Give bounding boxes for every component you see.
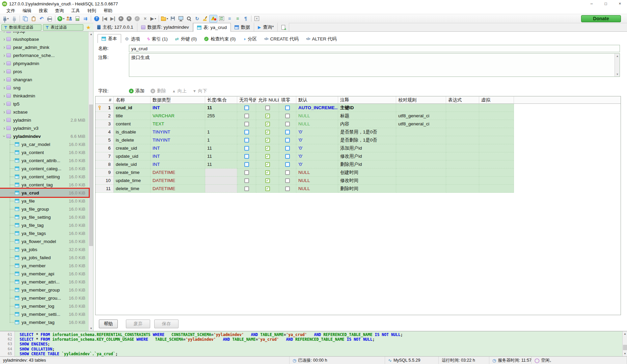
field-virtuality-cell[interactable] [479, 185, 514, 193]
field-name-cell[interactable]: is_delete [114, 136, 151, 144]
field-collation-cell[interactable] [396, 185, 446, 193]
zerofill-checkbox-cell[interactable] [279, 128, 296, 136]
sidebar-item-ya_member_log[interactable]: ya_member_log16.0 KiB [0, 302, 89, 310]
sql-log-scrollbar[interactable]: ▲ ▼ [622, 331, 627, 356]
unsigned-checkbox[interactable] [244, 146, 249, 151]
allow-null-checkbox[interactable] [265, 186, 270, 191]
sidebar-item-ya_content_setting[interactable]: ya_content_setting16.0 KiB [0, 173, 89, 181]
column-header[interactable]: 注释 [338, 96, 396, 104]
unsigned-checkbox[interactable] [244, 178, 249, 183]
tab-alter-code[interactable]: </>ALTER 代码 [302, 35, 340, 43]
sidebar-item-ya_file_group[interactable]: ya_file_group16.0 KiB [0, 205, 89, 213]
data-transfer-button[interactable]: ⇉ [81, 15, 89, 23]
sidebar-item-mysql[interactable]: ›mysql [0, 32, 89, 35]
field-length-cell[interactable]: 255 [205, 112, 237, 120]
field-collation-cell[interactable] [396, 144, 446, 152]
sidebar-item-ya_flower_model[interactable]: ya_flower_model16.0 KiB [0, 237, 89, 245]
sidebar-item-ya_file_tag[interactable]: ya_file_tag16.0 KiB [0, 221, 89, 229]
field-name-cell[interactable]: delete_time [114, 185, 151, 193]
copy-button[interactable] [21, 15, 29, 23]
sidebar-item-ya_jobs[interactable]: ya_jobs32.0 KiB [0, 245, 89, 253]
zerofill-checkbox[interactable] [285, 114, 290, 118]
tab-new-query[interactable] [278, 23, 289, 31]
run-query-button[interactable]: ▶▾ [149, 15, 157, 23]
field-default-cell[interactable]: '0' [296, 152, 338, 160]
zerofill-checkbox-cell[interactable] [279, 152, 296, 160]
sidebar-item-phpmyadmin[interactable]: ›phpmyadmin [0, 59, 89, 67]
undo-button[interactable]: ↶ [37, 15, 46, 23]
chevron-right-icon[interactable]: › [2, 77, 6, 82]
sidebar-item-ya_member_group[interactable]: ya_member_group16.0 KiB [0, 286, 89, 294]
maximize-button[interactable]: □ [599, 0, 613, 7]
tab-table[interactable]: 表: ya_crud [193, 23, 231, 32]
tab-create-code[interactable]: </>CREATE 代码 [261, 35, 302, 43]
field-type-cell[interactable]: INT [151, 104, 205, 112]
field-type-cell[interactable]: DATETIME [151, 185, 205, 193]
sidebar-item-ya_car_model[interactable]: ya_car_model16.0 KiB [0, 140, 89, 148]
sidebar-item-ya_member_api[interactable]: ya_member_api16.0 KiB [0, 270, 89, 278]
field-length-cell[interactable] [205, 120, 237, 128]
zerofill-checkbox-cell[interactable] [279, 169, 296, 177]
field-length-cell[interactable]: 1 [205, 136, 237, 144]
field-expression-cell[interactable] [446, 104, 479, 112]
field-expression-cell[interactable] [446, 160, 479, 169]
column-header[interactable]: # [96, 96, 114, 104]
sidebar-item-ya_member_setti[interactable]: ya_member_setti...16.0 KiB [0, 310, 89, 318]
scroll-up-icon[interactable]: ▲ [615, 54, 620, 58]
menu-item[interactable]: 帮助 [100, 7, 116, 14]
zerofill-checkbox[interactable] [285, 186, 290, 191]
column-header[interactable]: 名称 [114, 96, 151, 104]
sql-log-panel[interactable]: 6162636465 SELECT * FROM information_sch… [0, 331, 627, 356]
field-type-cell[interactable]: TINYINT [151, 136, 205, 144]
row-number-cell[interactable]: 10 [96, 177, 114, 185]
zerofill-checkbox-cell[interactable] [279, 112, 296, 120]
tab-options[interactable]: ⚙选项 [121, 35, 144, 43]
field-expression-cell[interactable] [446, 120, 479, 128]
sidebar-item-ya_member_attri[interactable]: ya_member_attri...16.0 KiB [0, 278, 89, 286]
column-header[interactable]: 默认 [296, 96, 338, 104]
allow-null-checkbox-cell[interactable] [256, 177, 279, 185]
field-type-cell[interactable]: INT [151, 160, 205, 169]
field-expression-cell[interactable] [446, 177, 479, 185]
chevron-right-icon[interactable]: › [2, 44, 6, 50]
sidebar-item-ya_content_attrib[interactable]: ya_content_attrib...16.0 KiB [0, 156, 89, 164]
allow-null-checkbox[interactable] [265, 105, 270, 110]
field-name-cell[interactable]: crud_id [114, 104, 151, 112]
menu-item[interactable]: 编辑 [19, 7, 35, 14]
allow-null-checkbox-cell[interactable] [256, 144, 279, 152]
field-default-cell[interactable]: NULL [296, 169, 338, 177]
unsigned-checkbox-cell[interactable] [237, 136, 256, 144]
allow-null-checkbox-cell[interactable] [256, 104, 279, 112]
add-button[interactable]: +添加 [129, 88, 144, 94]
field-expression-cell[interactable] [446, 128, 479, 136]
chevron-right-icon[interactable]: › [2, 32, 6, 34]
export-csv-button[interactable] [73, 15, 81, 23]
column-header[interactable]: 虚拟 [479, 96, 514, 104]
field-name-cell[interactable]: create_uid [114, 144, 151, 152]
column-header[interactable]: 长度/集合 [205, 96, 237, 104]
field-type-cell[interactable]: INT [151, 152, 205, 160]
unsigned-checkbox-cell[interactable] [237, 185, 256, 193]
field-length-cell[interactable]: 11 [205, 104, 237, 112]
allow-null-checkbox-cell[interactable] [256, 112, 279, 120]
field-length-cell[interactable] [205, 177, 237, 185]
chevron-right-icon[interactable]: › [2, 109, 6, 115]
sidebar-item-ya_jobs_failed[interactable]: ya_jobs_failed16.0 KiB [0, 253, 89, 262]
allow-null-checkbox[interactable] [265, 154, 270, 159]
sidebar-item-yyladmin_v3[interactable]: ›yyladmin_v3 [0, 124, 89, 132]
scroll-up-icon[interactable]: ▲ [89, 32, 93, 37]
column-header[interactable]: 无符号的 [237, 96, 256, 104]
field-collation-cell[interactable]: utf8_general_ci [396, 112, 446, 120]
field-collation-cell[interactable] [396, 152, 446, 160]
field-comment-cell[interactable]: 删除用户id [338, 160, 396, 169]
field-type-cell[interactable]: DATETIME [151, 177, 205, 185]
scrollbar-thumb[interactable] [89, 104, 93, 246]
field-comment-cell[interactable]: 修改时间 [338, 177, 396, 185]
user-manager-button[interactable] [65, 15, 73, 23]
field-comment-cell[interactable]: 标题 [338, 112, 396, 120]
disconnect-button[interactable] [10, 15, 18, 23]
field-virtuality-cell[interactable] [479, 152, 514, 160]
stop-button[interactable]: × [141, 15, 149, 23]
menu-item[interactable]: 查询 [51, 7, 67, 14]
unsigned-checkbox-cell[interactable] [237, 177, 256, 185]
